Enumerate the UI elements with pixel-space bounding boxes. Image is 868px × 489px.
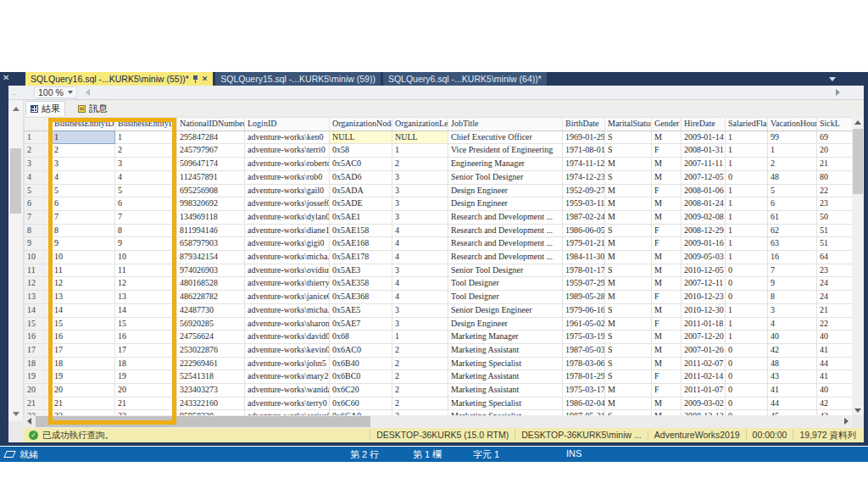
grid-cell[interactable]: 23 — [817, 264, 853, 277]
grid-cell[interactable]: Marketing Specialist — [448, 357, 563, 370]
grid-cell[interactable]: adventure-works\terry0 — [245, 397, 330, 410]
grid-cell[interactable]: Tool Designer — [448, 277, 563, 291]
grid-cell[interactable]: 18 — [115, 357, 177, 370]
grid-cell[interactable]: 2007-12-05 — [682, 170, 726, 184]
grid-cell[interactable]: 9 — [52, 237, 115, 251]
tab-sqlquery6[interactable]: SQLQuery6.sql -...KURK5\miniw (64))* — [383, 72, 547, 86]
grid-cell[interactable]: 41 — [768, 384, 817, 397]
row-header[interactable]: 7 — [25, 210, 52, 224]
grid-cell[interactable]: M — [652, 210, 682, 224]
column-header[interactable]: NationalIDNumber — [177, 118, 245, 131]
scroll-down-icon[interactable] — [13, 412, 19, 416]
grid-cell[interactable]: M — [605, 277, 652, 291]
grid-cell[interactable]: 0x5ADA — [330, 184, 392, 197]
grid-cell[interactable]: 2 — [52, 144, 115, 158]
grid-cell[interactable]: 1987-02-24 — [563, 210, 605, 224]
grid-cell[interactable]: adventure-works\ovidiu0 — [245, 264, 330, 277]
grid-cell[interactable]: M — [605, 251, 652, 264]
grid-cell[interactable]: F — [652, 184, 682, 197]
grid-cell[interactable]: 1978-01-17 — [563, 264, 605, 277]
grid-cell[interactable]: 253022876 — [177, 343, 245, 357]
grid-cell[interactable]: 295847284 — [177, 131, 245, 144]
grid-cell[interactable]: 0x58 — [330, 144, 392, 158]
column-header[interactable]: MaritalStatus — [605, 118, 652, 131]
grid-cell[interactable]: 2 — [768, 158, 817, 171]
grid-cell[interactable]: Research and Development ... — [448, 224, 563, 237]
grid-cell[interactable]: Vice President of Engineering — [448, 144, 563, 158]
row-header[interactable]: 10 — [25, 251, 52, 264]
grid-cell[interactable]: 8 — [115, 224, 177, 237]
grid-cell[interactable]: 998320692 — [177, 197, 245, 211]
column-header[interactable]: VacationHours — [768, 118, 817, 131]
grid-cell[interactable]: 9 — [768, 277, 817, 291]
grid-cell[interactable]: 2008-01-31 — [682, 144, 726, 158]
grid-cell[interactable]: 2007-12-20 — [682, 331, 726, 344]
grid-cell[interactable]: S — [605, 264, 652, 277]
grid-cell[interactable]: 8 — [52, 224, 115, 237]
grid-cell[interactable]: 17 — [52, 343, 115, 357]
grid-cell[interactable]: 22 — [817, 317, 853, 331]
grid-cell[interactable]: F — [652, 291, 682, 304]
grid-cell[interactable]: 1975-03-19 — [563, 331, 605, 344]
row-header[interactable]: 17 — [25, 343, 52, 357]
grid-cell[interactable]: Marketing Manager — [448, 331, 563, 344]
grid-cell[interactable]: 0 — [726, 343, 768, 357]
grid-cell[interactable]: 7 — [115, 210, 177, 224]
grid-cell[interactable]: 21 — [817, 303, 853, 317]
grid-horizontal-scrollbar[interactable] — [24, 415, 852, 428]
grid-cell[interactable]: 1984-11-30 — [563, 251, 605, 264]
grid-corner-cell[interactable] — [25, 118, 52, 131]
grid-cell[interactable]: M — [605, 158, 652, 171]
grid-cell[interactable]: 243322160 — [177, 397, 245, 410]
grid-cell[interactable]: 1 — [726, 131, 768, 144]
grid-cell[interactable]: 21 — [817, 158, 853, 171]
grid-cell[interactable]: 5 — [768, 184, 817, 197]
grid-cell[interactable]: 0 — [726, 370, 768, 384]
grid-cell[interactable]: 42487730 — [177, 303, 245, 317]
grid-cell[interactable]: NULL — [330, 131, 392, 144]
grid-cell[interactable]: Tool Designer — [448, 291, 563, 304]
scroll-left-icon[interactable] — [27, 418, 31, 425]
grid-cell[interactable]: Chief Executive Officer — [448, 131, 563, 144]
grid-cell[interactable]: 1952-09-27 — [563, 184, 605, 197]
grid-cell[interactable]: 2 — [392, 357, 448, 370]
grid-cell[interactable]: adventure-works\roberto0 — [245, 158, 330, 171]
grid-cell[interactable]: 16 — [115, 331, 177, 344]
grid-cell[interactable]: M — [652, 357, 682, 370]
grid-cell[interactable]: S — [605, 343, 652, 357]
column-header[interactable]: OrganizationNode — [330, 118, 392, 131]
grid-cell[interactable]: 1 — [726, 237, 768, 251]
grid-cell[interactable]: 879342154 — [177, 251, 245, 264]
grid-cell[interactable]: 7 — [768, 264, 817, 277]
grid-cell[interactable]: 13 — [52, 291, 115, 304]
grid-cell[interactable]: 2008-01-06 — [682, 184, 726, 197]
grid-cell[interactable]: 0x5AE1 — [330, 210, 392, 224]
tab-list-chevron-icon[interactable] — [829, 77, 836, 81]
grid-cell[interactable]: 1 — [726, 158, 768, 171]
grid-cell[interactable]: 2007-01-26 — [682, 343, 726, 357]
grid-cell[interactable]: 63 — [768, 237, 817, 251]
grid-cell[interactable]: adventure-works\dylan0 — [245, 210, 330, 224]
grid-cell[interactable]: 14 — [115, 303, 177, 317]
grid-cell[interactable]: 323403273 — [177, 384, 245, 397]
grid-cell[interactable]: M — [652, 277, 682, 291]
grid-cell[interactable]: Design Engineer — [448, 184, 563, 197]
grid-cell[interactable]: 0x5AE7 — [330, 317, 392, 331]
grid-cell[interactable]: 42 — [768, 343, 817, 357]
grid-cell[interactable]: 3 — [768, 303, 817, 317]
grid-cell[interactable]: Design Engineer — [448, 197, 563, 211]
grid-cell[interactable]: 2011-02-14 — [682, 370, 726, 384]
grid-cell[interactable]: 69 — [817, 131, 853, 144]
grid-cell[interactable]: 6 — [768, 197, 817, 211]
grid-cell[interactable]: 4 — [392, 237, 448, 251]
grid-cell[interactable]: M — [605, 210, 652, 224]
grid-cell[interactable]: 2009-03-02 — [682, 397, 726, 410]
scrollbar-thumb[interactable] — [36, 416, 370, 427]
grid-cell[interactable]: 0x5ADE — [330, 197, 392, 211]
grid-cell[interactable]: 8 — [768, 291, 817, 304]
grid-cell[interactable]: S — [605, 331, 652, 344]
grid-cell[interactable]: 2 — [392, 343, 448, 357]
grid-cell[interactable]: 2 — [115, 144, 177, 158]
grid-cell[interactable]: 1 — [726, 197, 768, 211]
grid-cell[interactable]: F — [652, 144, 682, 158]
